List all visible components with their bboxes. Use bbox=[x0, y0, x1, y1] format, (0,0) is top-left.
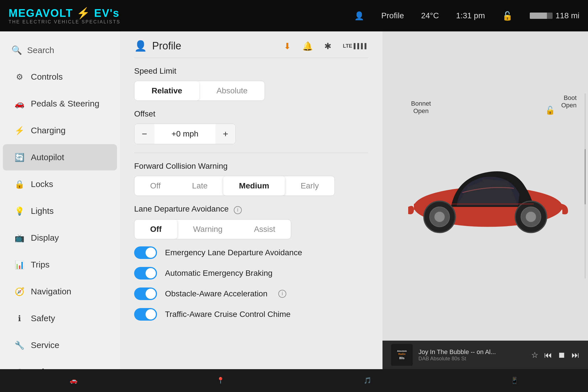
sidebar-item-display[interactable]: 📺 Display bbox=[3, 225, 117, 251]
bottom-icon-3: 🎵 bbox=[364, 377, 371, 384]
brand-tagline: THE ELECTRIC VEHICLE SPECIALISTS bbox=[9, 19, 120, 25]
offset-label: Offset bbox=[134, 109, 368, 118]
software-label: Software bbox=[31, 367, 65, 369]
bottom-nav-item-4[interactable]: 📱 bbox=[511, 377, 518, 384]
bonnet-label-text: Bonnet bbox=[411, 100, 431, 107]
bottom-nav-item-2[interactable]: 📍 bbox=[217, 377, 224, 384]
bluetooth-icon: ✱ bbox=[324, 41, 331, 51]
brand: MEGAVOLT ⚡ EV's THE ELECTRIC VEHICLE SPE… bbox=[9, 7, 120, 25]
speed-limit-relative-btn[interactable]: Relative bbox=[134, 81, 199, 100]
speed-limit-absolute-btn[interactable]: Absolute bbox=[199, 81, 265, 100]
service-icon: 🔧 bbox=[14, 340, 25, 350]
star-button[interactable]: ☆ bbox=[531, 350, 538, 360]
svg-point-3 bbox=[434, 212, 445, 222]
sidebar-item-navigation[interactable]: 🧭 Navigation bbox=[3, 278, 117, 305]
sidebar-item-safety[interactable]: ℹ Safety bbox=[3, 305, 117, 331]
main-panel: 👤 Profile ⬇ 🔔 ✱ LTE ▌▌▌▌ Speed Limit Rel… bbox=[120, 31, 382, 369]
sidebar-item-pedals[interactable]: 🚗 Pedals & Steering bbox=[3, 91, 117, 117]
lights-label: Lights bbox=[31, 206, 54, 216]
profile-header: 👤 Profile ⬇ 🔔 ✱ LTE ▌▌▌▌ bbox=[134, 40, 368, 58]
emergency-lane-row: Emergency Lane Departure Avoidance bbox=[134, 246, 368, 259]
battery-indicator: 118 mi bbox=[530, 11, 579, 20]
car-container: Bonnet Open Boot Open 🔓 bbox=[382, 31, 588, 341]
sidebar-item-controls[interactable]: ⚙ Controls bbox=[3, 64, 117, 90]
lane-warning-btn[interactable]: Warning bbox=[177, 220, 238, 239]
profile-title-text: Profile bbox=[152, 40, 181, 52]
emergency-braking-toggle[interactable] bbox=[134, 267, 157, 280]
emergency-braking-row: Automatic Emergency Braking bbox=[134, 267, 368, 280]
lane-off-btn[interactable]: Off bbox=[134, 220, 177, 239]
obstacle-accel-toggle[interactable] bbox=[134, 288, 157, 300]
sidebar-item-trips[interactable]: 📊 Trips bbox=[3, 252, 117, 278]
software-icon: ⬇ bbox=[14, 367, 25, 369]
profile-person-icon: 👤 bbox=[134, 40, 147, 52]
brand-name: MEGAVOLT ⚡ EV's bbox=[9, 7, 120, 19]
search-icon: 🔍 bbox=[11, 45, 22, 55]
collision-option-group: Off Late Medium Early bbox=[134, 176, 335, 196]
lane-departure-info-icon[interactable]: i bbox=[234, 206, 242, 214]
service-label: Service bbox=[31, 340, 59, 350]
download-icon: ⬇ bbox=[284, 41, 291, 51]
offset-decrease-button[interactable]: − bbox=[134, 124, 154, 144]
boot-status: Boot Open bbox=[561, 94, 577, 109]
locks-label: Locks bbox=[31, 179, 53, 189]
safety-icon: ℹ bbox=[14, 313, 25, 323]
stop-button[interactable]: ⏹ bbox=[558, 350, 566, 360]
locks-icon: 🔒 bbox=[14, 179, 25, 189]
sidebar-item-service[interactable]: 🔧 Service bbox=[3, 332, 117, 358]
collision-off-btn[interactable]: Off bbox=[134, 176, 176, 196]
sidebar-item-charging[interactable]: ⚡ Charging bbox=[3, 117, 117, 144]
main-content: 🔍 Search ⚙ Controls 🚗 Pedals & Steering … bbox=[0, 31, 588, 369]
collision-late-btn[interactable]: Late bbox=[176, 176, 223, 196]
next-button[interactable]: ⏭ bbox=[571, 350, 579, 360]
obstacle-info-icon[interactable]: i bbox=[278, 290, 286, 298]
offset-control: − +0 mph + bbox=[134, 124, 236, 144]
profile-label-top[interactable]: Profile bbox=[381, 11, 404, 20]
music-info: Joy In The Bubble -- on Al... DAB Absolu… bbox=[418, 348, 525, 362]
temperature-display: 24°C bbox=[421, 11, 439, 20]
lte-indicator: LTE ▌▌▌▌ bbox=[343, 43, 368, 49]
collision-warning-label: Forward Collision Warning bbox=[134, 162, 368, 171]
trips-label: Trips bbox=[31, 260, 50, 270]
controls-icon: ⚙ bbox=[14, 72, 25, 82]
traffic-chime-label: Traffic-Aware Cruise Control Chime bbox=[165, 310, 291, 319]
pedals-label: Pedals & Steering bbox=[31, 99, 99, 108]
navigation-label: Navigation bbox=[31, 287, 71, 296]
sidebar-item-autopilot[interactable]: 🔄 Autopilot bbox=[3, 144, 117, 170]
bonnet-open-text: Open bbox=[411, 107, 431, 115]
profile-title: 👤 Profile bbox=[134, 40, 181, 52]
sidebar-item-software[interactable]: ⬇ Software bbox=[3, 359, 117, 369]
lane-assist-btn[interactable]: Assist bbox=[238, 220, 291, 239]
charging-label: Charging bbox=[31, 126, 66, 135]
bonnet-status: Bonnet Open bbox=[411, 100, 431, 115]
autopilot-icon: 🔄 bbox=[14, 152, 25, 162]
sidebar-item-lights[interactable]: 💡 Lights bbox=[3, 198, 117, 224]
traffic-chime-toggle[interactable] bbox=[134, 308, 157, 321]
emergency-braking-label: Automatic Emergency Braking bbox=[165, 269, 273, 278]
sidebar-search[interactable]: 🔍 Search bbox=[0, 37, 120, 63]
prev-button[interactable]: ⏮ bbox=[544, 350, 552, 360]
bottom-nav-item-1[interactable]: 🚗 bbox=[70, 377, 77, 384]
offset-increase-button[interactable]: + bbox=[216, 124, 235, 144]
autopilot-label: Autopilot bbox=[31, 152, 64, 162]
lane-departure-text: Lane Departure Avoidance bbox=[134, 204, 229, 213]
emergency-lane-toggle[interactable] bbox=[134, 246, 157, 259]
display-label: Display bbox=[31, 233, 59, 243]
sidebar: 🔍 Search ⚙ Controls 🚗 Pedals & Steering … bbox=[0, 31, 120, 369]
sidebar-item-locks[interactable]: 🔒 Locks bbox=[3, 171, 117, 197]
bottom-icon-4: 📱 bbox=[511, 377, 518, 384]
pedals-icon: 🚗 bbox=[14, 98, 25, 109]
search-label: Search bbox=[27, 45, 54, 55]
car-lock-icon: 🔓 bbox=[545, 106, 555, 115]
bottom-icon-1: 🚗 bbox=[70, 377, 77, 384]
profile-icon-top[interactable]: 👤 bbox=[354, 11, 364, 21]
music-bar: Absolute Radio 80s Joy In The Bubble -- … bbox=[382, 341, 588, 369]
collision-early-btn[interactable]: Early bbox=[285, 176, 335, 196]
lights-icon: 💡 bbox=[14, 206, 25, 216]
collision-medium-btn[interactable]: Medium bbox=[223, 176, 285, 196]
bottom-nav-item-3[interactable]: 🎵 bbox=[364, 377, 371, 384]
trips-icon: 📊 bbox=[14, 260, 25, 270]
car-image bbox=[400, 141, 571, 241]
mileage-display: 118 mi bbox=[555, 11, 579, 20]
music-station: DAB Absolute 80s St bbox=[418, 356, 525, 362]
